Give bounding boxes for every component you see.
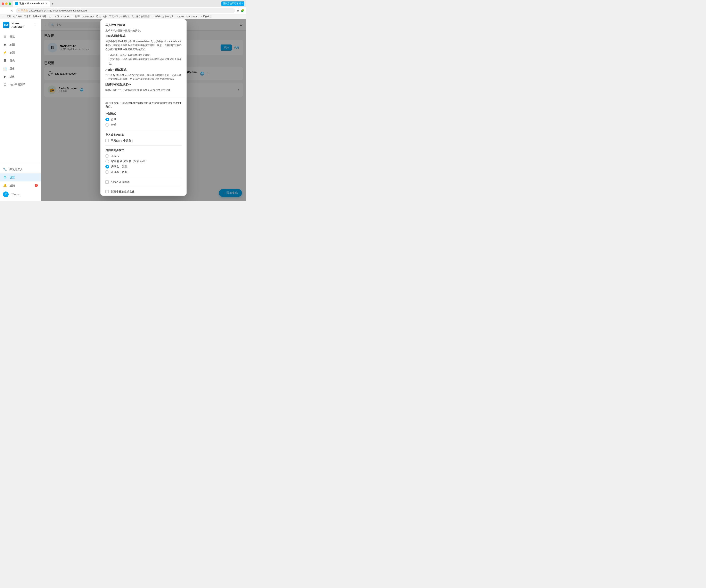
tab-close-button[interactable]: ✕ xyxy=(45,2,47,5)
map-icon: ◉ xyxy=(3,43,7,46)
sidebar-label-media: 媒体 xyxy=(9,75,15,79)
hide-nonstandard-checkbox xyxy=(105,190,109,193)
sidebar-item-settings[interactable]: ⚙ 设置 xyxy=(0,173,41,182)
room-sync-bullet-2: • 其它选项：设备所添加到的区域以米家APP中的家庭或房间名称命名。 xyxy=(105,57,182,66)
back-button[interactable]: ‹ xyxy=(2,9,4,13)
history-icon: 📊 xyxy=(3,67,7,71)
forward-button[interactable]: › xyxy=(6,9,9,13)
active-tab[interactable]: 设置 – Home Assistant ✕ xyxy=(13,1,50,7)
sidebar-label-todo: 待办事项清单 xyxy=(9,83,26,86)
notification-badge: 1 xyxy=(35,184,38,187)
sidebar-item-user[interactable]: Y YDXian xyxy=(0,189,41,199)
sidebar-item-history[interactable]: 📊 历史 xyxy=(0,65,41,73)
control-mode-label: 控制模式 xyxy=(105,112,182,116)
log-icon: ☰ xyxy=(3,58,7,63)
minimize-dot[interactable] xyxy=(5,2,8,5)
bookmark-zhihu[interactable]: 知乎 · 有问题，就... xyxy=(33,15,52,18)
action-debug-label: Action 调试模式 xyxy=(111,180,129,184)
action-debug-checkbox-option[interactable]: Action 调试模式 xyxy=(105,180,182,184)
bookmark-icon[interactable]: ★ xyxy=(237,9,239,12)
window-controls xyxy=(2,2,11,5)
lock-label: 不安全 xyxy=(21,9,28,12)
bookmark-tools[interactable]: 工具 xyxy=(7,15,11,18)
bookmarks-bar: PT 工具 今日头条 百家号 知乎 · 有问题，就... 首页 - Chiphe… xyxy=(0,14,246,19)
sidebar-item-energy[interactable]: ⚡ 能源 xyxy=(0,49,41,56)
sidebar-item-map[interactable]: ◉ 地图 xyxy=(0,41,41,49)
bookmark-order[interactable]: 订单确认 | 东京宅男... xyxy=(154,15,175,18)
bookmark-storage[interactable]: 安全储存您的数据... xyxy=(131,15,152,18)
bookmark-jinritoutiao[interactable]: 今日头条 xyxy=(13,15,22,18)
bookmark-shop[interactable]: 购物 xyxy=(103,15,107,18)
bookmark-baijia[interactable]: 百家号 xyxy=(24,15,31,18)
bookmark-pt[interactable]: PT xyxy=(2,15,4,18)
main-content: ‹ 🔍 搜索 ⚙ 已发现 🖥 NAS5878AC DLNA Digital Me… xyxy=(41,19,246,201)
modal-main: 羊刀仙 您好！请选择集成控制模式以及您想要添加的设备所处的家庭。 控制模式 自动… xyxy=(101,97,187,196)
modal-top-section: 导入设备的家庭 集成将添加已选中家庭中的设备。 房间名同步模式 将设备从米家AP… xyxy=(101,19,187,97)
control-mode-auto[interactable]: 自动 xyxy=(105,118,182,121)
sidebar-item-notifications[interactable]: 🔔 通知 1 xyxy=(0,182,41,189)
sidebar-label-user: YDXian xyxy=(11,193,20,196)
radio-nosync-circle xyxy=(105,154,109,158)
url-field[interactable]: ⚠ 不安全 192.168.200.143:8123/config/integr… xyxy=(16,8,235,13)
radio-cloud-circle xyxy=(105,123,109,127)
todo-icon: ☑ xyxy=(3,83,7,86)
sidebar-bottom: 🔧 开发者工具 ⚙ 设置 🔔 通知 1 Y YDXian xyxy=(0,164,41,201)
refresh-button[interactable]: ↻ xyxy=(10,9,14,13)
radio-room-circle xyxy=(105,165,109,168)
import-home-form-label: 导入设备的家庭 xyxy=(105,133,182,137)
modal-scrollable: 导入设备的家庭 集成将添加已选中家庭中的设备。 房间名同步模式 将设备从米家AP… xyxy=(101,19,187,196)
room-sync-home[interactable]: 家庭名（米家） xyxy=(105,170,182,174)
home-option-label: 羊刀仙 [ 1 个设备 ] xyxy=(111,139,133,143)
home-option-yangjianxian[interactable]: 羊刀仙 [ 1 个设备 ] xyxy=(105,139,182,143)
tab-bar: 设置 – Home Assistant ✕ + xyxy=(13,1,220,7)
sidebar-label-settings: 设置 xyxy=(9,176,15,180)
radio-auto-label: 自动 xyxy=(111,118,116,121)
sidebar-label-map: 地图 xyxy=(9,43,15,46)
extensions-icon[interactable]: 🧩 xyxy=(241,9,244,12)
bookmark-baidu[interactable]: 百度一下，你就知道 xyxy=(109,15,129,18)
sidebar: HA Home Assistant ☰ ⊞ 概览 ◉ 地图 ⚡ 能源 ☰ 日志 … xyxy=(0,19,41,201)
hide-nonstandard-section-top: 隐藏非标准生成实体 隐藏名称以"**"开头的非标准 MIoT-Spec-V2 实… xyxy=(105,83,182,92)
room-sync-nosync[interactable]: 不同步 xyxy=(105,154,182,158)
sidebar-item-devtools[interactable]: 🔧 开发者工具 xyxy=(0,165,41,173)
room-sync-room[interactable]: 房间名（卧室） xyxy=(105,165,182,168)
bookmark-translate[interactable]: 翻译 xyxy=(75,15,80,18)
modal-overlay: 导入设备的家庭 集成将添加已选中家庭中的设备。 房间名同步模式 将设备从米家AP… xyxy=(41,19,246,201)
control-mode-cloud[interactable]: 云端 xyxy=(105,123,182,127)
hide-nonstandard-text: 隐藏名称以"**"开头的非标准 MIoT-Spec-V2 实例生成的实体。 xyxy=(105,88,182,92)
tab-title: 设置 – Home Assistant xyxy=(19,2,44,5)
modal-greeting: 羊刀仙 您好！请选择集成控制模式以及您想要添加的设备所处的家庭。 xyxy=(105,101,182,109)
bookmark-all[interactable]: » 所有书签 xyxy=(201,15,211,18)
radio-auto-circle xyxy=(105,118,109,121)
radio-home-label: 家庭名（米家） xyxy=(111,170,130,174)
devtools-icon: 🔧 xyxy=(3,167,7,171)
action-debug-title: Action 调试模式 xyxy=(105,68,182,72)
room-sync-form-label: 房间名同步模式 xyxy=(105,149,182,152)
bookmark-chiphell[interactable]: 首页 - Chiphell - ... xyxy=(54,15,73,18)
sidebar-item-log[interactable]: ☰ 日志 xyxy=(0,56,41,65)
update-button[interactable]: 重新启动即可更新 » xyxy=(221,1,244,6)
room-sync-bullet-1: • 不同步：设备不会被添加到任何区域。 xyxy=(105,53,182,57)
sidebar-item-todo[interactable]: ☑ 待办事项清单 xyxy=(0,81,41,88)
sidebar-menu-icon[interactable]: ☰ xyxy=(35,23,38,27)
bookmark-clamp[interactable]: CLAMP-FANS.com... xyxy=(178,15,199,18)
app-logo: HA xyxy=(3,22,9,28)
sidebar-item-media[interactable]: ▶ 媒体 xyxy=(0,73,41,81)
sidebar-label-notifications: 通知 xyxy=(9,184,15,187)
sidebar-label-energy: 能源 xyxy=(9,51,15,54)
import-home-title: 导入设备的家庭 xyxy=(105,24,182,27)
bookmark-cloudinstall[interactable]: Cloud Install xyxy=(82,15,94,18)
room-sync-homeroom[interactable]: 家庭名 和 房间名（米家 卧室） xyxy=(105,159,182,163)
bookmark-forum[interactable]: 论坛 xyxy=(96,15,101,18)
close-dot[interactable] xyxy=(2,2,4,5)
sidebar-label-devtools: 开发者工具 xyxy=(9,168,23,171)
sidebar-label-log: 日志 xyxy=(9,59,15,63)
maximize-dot[interactable] xyxy=(9,2,11,5)
notifications-icon: 🔔 xyxy=(3,184,7,187)
media-icon: ▶ xyxy=(3,75,7,79)
room-sync-text: 将设备从米家APP同步到 Home Assistant 时，设备在 Home A… xyxy=(105,40,182,51)
new-tab-button[interactable]: + xyxy=(51,2,54,5)
sidebar-item-overview[interactable]: ⊞ 概览 xyxy=(0,33,41,41)
sidebar-label-history: 历史 xyxy=(9,67,15,71)
hide-nonstandard-checkbox-option[interactable]: 隐藏非标准生成实体 xyxy=(105,190,182,194)
